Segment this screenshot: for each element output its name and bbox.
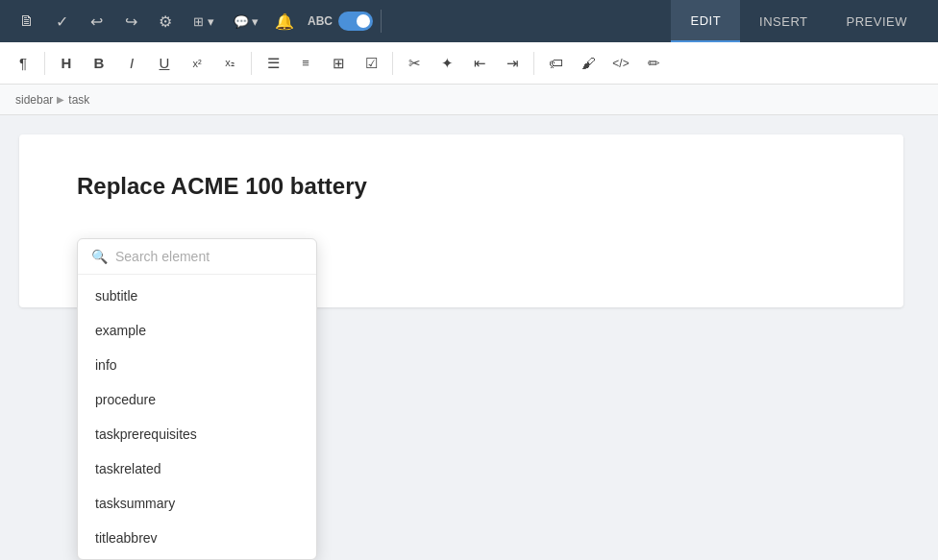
breadcrumb: sidebar ▶ task <box>0 85 938 115</box>
fmt-divider-4 <box>533 52 534 75</box>
document-title: Replace ACME 100 battery <box>77 173 846 200</box>
undo-icon[interactable]: ↩ <box>81 6 111 37</box>
cut-btn[interactable]: ✂ <box>399 48 430 79</box>
tab-insert[interactable]: INSERT <box>740 0 827 42</box>
search-element-input[interactable] <box>115 249 303 264</box>
dropdown-list: subtitle example info procedure taskprer… <box>78 275 316 559</box>
list-item[interactable]: taskprerequisites <box>78 417 316 451</box>
search-input-row: 🔍 <box>78 239 316 275</box>
superscript-btn[interactable]: x² <box>182 48 212 79</box>
layout-icon[interactable]: ⊞ ▾ <box>185 6 223 37</box>
settings-icon[interactable]: ⚙ <box>150 6 181 37</box>
subscript-btn[interactable]: x₂ <box>214 48 245 79</box>
list-item[interactable]: titleabbrev <box>78 521 316 555</box>
table-btn[interactable]: ⊞ <box>323 48 354 79</box>
main-area: Replace ACME 100 battery 🔍 subtitle exam… <box>0 115 938 560</box>
format-toolbar: ¶ H B I U x² x₂ ☰ ≡ ⊞ ☑ ✂ ✦ ⇤ ⇥ 🏷 🖌 </> … <box>0 42 938 85</box>
list-item[interactable]: info <box>78 348 316 382</box>
search-dropdown-panel: 🔍 subtitle example info procedure taskpr… <box>77 238 317 560</box>
breadcrumb-sidebar[interactable]: sidebar <box>15 93 53 107</box>
list-item[interactable]: tasksummary <box>78 486 316 521</box>
spellcheck-label: ABC <box>308 14 333 28</box>
nav-tabs: EDIT INSERT PREVIEW <box>671 0 926 42</box>
paragraph-btn[interactable]: ¶ <box>8 48 38 79</box>
spellcheck-toggle[interactable]: ABC <box>308 12 373 31</box>
checkbox-btn[interactable]: ☑ <box>356 48 386 79</box>
scissors2-btn[interactable]: ✦ <box>432 48 462 79</box>
breadcrumb-separator: ▶ <box>57 94 64 105</box>
tab-edit[interactable]: EDIT <box>671 0 740 42</box>
heading-btn[interactable]: H <box>51 48 82 79</box>
tab-preview[interactable]: PREVIEW <box>827 0 926 42</box>
underline-btn[interactable]: U <box>149 48 180 79</box>
code-btn[interactable]: </> <box>605 48 636 79</box>
italic-btn[interactable]: I <box>116 48 147 79</box>
toggle-switch[interactable] <box>338 12 373 31</box>
redo-icon[interactable]: ↪ <box>115 6 146 37</box>
pencil-btn[interactable]: ✏ <box>638 48 669 79</box>
search-element-dropdown: 🔍 subtitle example info procedure taskpr… <box>77 238 317 560</box>
new-doc-icon[interactable]: 🗎 <box>12 6 42 37</box>
list-item[interactable]: subtitle <box>78 279 316 313</box>
list-item[interactable]: example <box>78 313 316 348</box>
tag-btn[interactable]: 🏷 <box>540 48 571 79</box>
search-icon: 🔍 <box>91 249 108 264</box>
comment-icon[interactable]: 💬 ▾ <box>227 6 265 37</box>
brush-btn[interactable]: 🖌 <box>573 48 604 79</box>
bell-icon[interactable]: 🔔 <box>269 6 300 37</box>
unordered-list-btn[interactable]: ☰ <box>258 48 288 79</box>
check-icon[interactable]: ✓ <box>46 6 77 37</box>
top-toolbar: 🗎 ✓ ↩ ↪ ⚙ ⊞ ▾ 💬 ▾ 🔔 ABC EDIT INSERT PREV… <box>0 0 938 42</box>
fmt-divider-1 <box>44 52 45 75</box>
list-item[interactable]: taskrelated <box>78 451 316 486</box>
list-item[interactable]: procedure <box>78 382 316 417</box>
fmt-divider-2 <box>251 52 252 75</box>
bold-btn[interactable]: B <box>84 48 114 79</box>
indent-right-btn[interactable]: ⇥ <box>497 48 528 79</box>
fmt-divider-3 <box>392 52 393 75</box>
toolbar-divider <box>381 10 382 33</box>
indent-left-btn[interactable]: ⇤ <box>464 48 495 79</box>
breadcrumb-task[interactable]: task <box>68 93 89 107</box>
ordered-list-btn[interactable]: ≡ <box>290 48 321 79</box>
editor-card: Replace ACME 100 battery 🔍 subtitle exam… <box>19 134 903 307</box>
